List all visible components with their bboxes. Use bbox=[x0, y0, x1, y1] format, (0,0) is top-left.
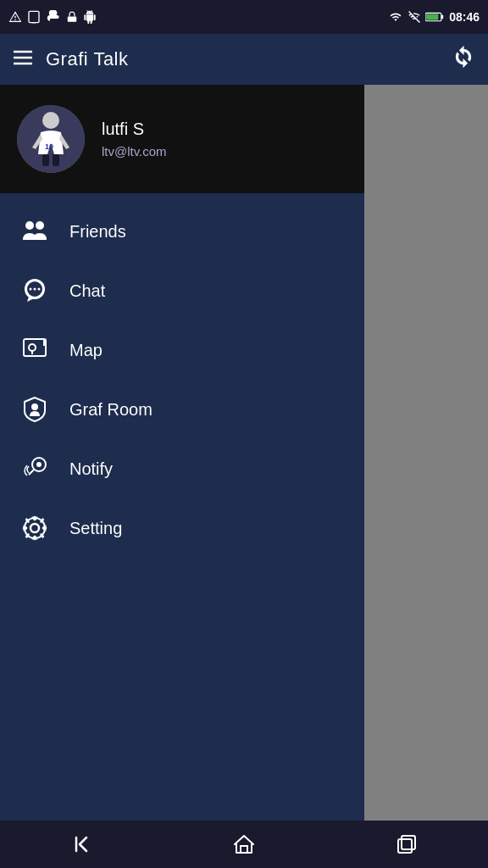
svg-rect-31 bbox=[402, 836, 415, 849]
svg-rect-2 bbox=[68, 16, 77, 21]
friends-icon bbox=[20, 217, 49, 246]
profile-name: lutfi S bbox=[102, 120, 167, 139]
warning-icon bbox=[8, 10, 22, 24]
home-button[interactable] bbox=[219, 827, 269, 861]
grafroom-icon bbox=[20, 395, 49, 424]
svg-point-14 bbox=[25, 221, 34, 230]
recents-icon bbox=[395, 832, 419, 856]
notify-icon bbox=[20, 454, 49, 483]
recents-button[interactable] bbox=[381, 827, 432, 861]
signal-icon bbox=[408, 11, 420, 23]
svg-point-15 bbox=[36, 221, 44, 230]
profile-info: lutfi S ltv@ltv.com bbox=[102, 120, 167, 159]
setting-label: Setting bbox=[69, 519, 122, 538]
refresh-icon bbox=[452, 46, 474, 68]
avatar-image: 10 bbox=[17, 105, 85, 173]
svg-rect-4 bbox=[441, 15, 443, 19]
back-icon bbox=[69, 832, 93, 856]
refresh-button[interactable] bbox=[452, 46, 474, 73]
home-icon bbox=[232, 832, 256, 856]
android-icon bbox=[83, 10, 97, 24]
svg-text:10: 10 bbox=[45, 142, 53, 151]
app-bar-left: Grafi Talk bbox=[14, 48, 129, 70]
screen-icon bbox=[27, 10, 41, 24]
svg-point-24 bbox=[31, 403, 38, 410]
svg-point-20 bbox=[34, 288, 36, 291]
svg-rect-12 bbox=[42, 154, 49, 166]
time-display: 08:46 bbox=[449, 10, 480, 24]
hamburger-button[interactable] bbox=[14, 48, 32, 70]
nav-item-notify[interactable]: Notify bbox=[0, 439, 364, 498]
svg-rect-29 bbox=[241, 846, 247, 853]
svg-rect-0 bbox=[29, 11, 39, 22]
content-panel bbox=[364, 85, 488, 821]
setting-icon bbox=[20, 514, 49, 542]
svg-point-21 bbox=[38, 288, 41, 291]
status-bar: 08:46 bbox=[0, 0, 488, 34]
app-title: Grafi Talk bbox=[46, 48, 129, 70]
avatar-svg: 10 bbox=[17, 105, 85, 173]
nav-items: Friends Chat bbox=[0, 193, 364, 821]
profile-email: ltv@ltv.com bbox=[102, 144, 167, 159]
main-layout: 10 lutfi S ltv@ltv.com bbox=[0, 85, 488, 821]
notify-label: Notify bbox=[69, 459, 113, 479]
chat-icon bbox=[20, 276, 49, 305]
nav-item-setting[interactable]: Setting bbox=[0, 498, 364, 558]
profile-header: 10 lutfi S ltv@ltv.com bbox=[0, 85, 364, 193]
nav-item-chat[interactable]: Chat bbox=[0, 261, 364, 320]
nav-item-map[interactable]: Map bbox=[0, 320, 364, 380]
battery-icon bbox=[425, 12, 444, 22]
nav-item-friends[interactable]: Friends bbox=[0, 202, 364, 261]
lock-icon bbox=[66, 10, 78, 24]
svg-rect-13 bbox=[53, 154, 59, 166]
svg-point-26 bbox=[36, 462, 42, 467]
weather-icon bbox=[46, 10, 61, 24]
status-icons-right: 08:46 bbox=[388, 10, 480, 24]
back-button[interactable] bbox=[56, 827, 107, 861]
svg-rect-5 bbox=[426, 14, 438, 19]
svg-point-10 bbox=[42, 112, 59, 129]
bottom-nav bbox=[0, 821, 488, 868]
grafroom-label: Graf Room bbox=[69, 400, 152, 420]
map-label: Map bbox=[69, 341, 103, 360]
svg-rect-30 bbox=[398, 839, 412, 853]
svg-point-23 bbox=[29, 344, 36, 351]
friends-label: Friends bbox=[69, 222, 126, 242]
svg-point-27 bbox=[30, 524, 39, 532]
app-bar: Grafi Talk bbox=[0, 34, 488, 85]
chat-label: Chat bbox=[69, 281, 105, 301]
nav-item-grafroom[interactable]: Graf Room bbox=[0, 380, 364, 439]
navigation-drawer: 10 lutfi S ltv@ltv.com bbox=[0, 85, 364, 821]
status-icons-left bbox=[8, 10, 97, 24]
wifi-icon bbox=[388, 11, 403, 23]
svg-point-19 bbox=[30, 288, 32, 291]
avatar: 10 bbox=[17, 105, 85, 173]
map-icon bbox=[20, 336, 49, 364]
hamburger-icon bbox=[14, 50, 32, 65]
